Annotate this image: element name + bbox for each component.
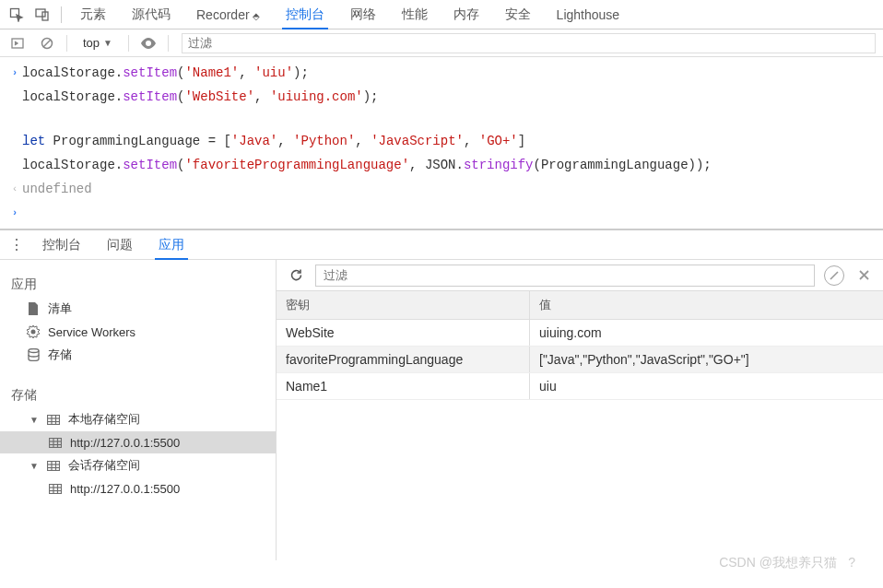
svg-point-7 (29, 349, 39, 353)
database-icon (26, 347, 41, 362)
drawer-tab-application[interactable]: 应用 (147, 231, 195, 259)
svg-rect-18 (48, 461, 60, 470)
divider (168, 35, 169, 52)
tab-lighthouse[interactable]: Lighthouse (546, 2, 631, 28)
console-return-line: ‹ undefined (0, 177, 883, 201)
prompt-input[interactable] (22, 203, 876, 223)
more-tabs-icon[interactable]: ⋮ (6, 236, 28, 253)
console-prompt[interactable]: › (0, 201, 883, 225)
sidebar-item-session-storage-origin[interactable]: http://127.0.0.1:5500 (0, 477, 276, 500)
tab-network[interactable]: 网络 (339, 1, 387, 29)
file-icon (26, 301, 41, 316)
drawer-tabs: ⋮ 控制台 问题 应用 (0, 230, 883, 260)
svg-line-5 (43, 40, 51, 47)
prompt-marker-icon: › (7, 203, 22, 223)
refresh-icon[interactable] (286, 265, 306, 286)
cell-key: favoriteProgrammingLanguage (277, 347, 530, 372)
label: 会话存储空间 (68, 457, 140, 474)
label: 本地存储空间 (68, 411, 140, 428)
live-expression-icon[interactable] (138, 33, 159, 53)
prompt-marker-icon: › (7, 63, 22, 83)
console-input-line[interactable]: localStorage.setItem('favoriteProgrammin… (0, 153, 883, 177)
chevron-down-icon: ▼ (29, 415, 39, 425)
spacer (7, 87, 22, 107)
delete-selected-icon[interactable] (854, 265, 874, 286)
divider (66, 35, 67, 52)
sidebar-item-manifest[interactable]: 清单 (0, 297, 276, 321)
execution-context-select[interactable]: top ▼ (77, 33, 119, 53)
table-icon (48, 481, 63, 496)
drawer-tab-console[interactable]: 控制台 (31, 231, 92, 259)
code-content: localStorage.setItem('Name1', 'uiu'); (22, 63, 876, 83)
svg-line-28 (830, 272, 838, 279)
drawer-tab-issues[interactable]: 问题 (96, 231, 144, 259)
divider (61, 6, 62, 23)
drawer-panel: ⋮ 控制台 问题 应用 应用 清单 Service Workers 存储 存储 … (0, 229, 883, 560)
clear-all-icon[interactable] (824, 265, 844, 286)
console-toolbar: top ▼ (0, 29, 883, 57)
sidebar-item-storage[interactable]: 存储 (0, 343, 276, 367)
console-filter-input[interactable] (182, 33, 876, 53)
svg-point-6 (31, 330, 36, 335)
svg-rect-13 (50, 438, 62, 447)
return-value: undefined (22, 179, 876, 199)
tab-memory[interactable]: 内存 (442, 1, 490, 29)
label: http://127.0.0.1:5500 (70, 482, 180, 496)
storage-filter-input[interactable] (315, 265, 815, 287)
inspect-icon[interactable] (6, 4, 28, 26)
gear-icon (26, 324, 41, 339)
device-toggle-icon[interactable] (31, 4, 53, 26)
cell-key: Name1 (277, 373, 530, 399)
tab-console[interactable]: 控制台 (275, 1, 336, 29)
tab-security[interactable]: 安全 (494, 1, 542, 29)
console-input-line[interactable]: let ProgrammingLanguage = ['Java', 'Pyth… (0, 129, 883, 153)
chevron-down-icon: ▼ (29, 461, 39, 471)
console-input-line[interactable]: localStorage.setItem('WebSite', 'uiuing.… (0, 85, 883, 109)
section-storage: 存储 (0, 383, 276, 407)
tab-recorder[interactable]: Recorder⬘ (185, 2, 271, 28)
table-row[interactable]: WebSite uiuing.com (277, 320, 883, 347)
table-icon (48, 435, 63, 450)
cell-value: ["Java","Python","JavaScript","GO+"] (530, 347, 883, 372)
tab-sources[interactable]: 源代码 (121, 1, 182, 29)
console-input-line[interactable]: › localStorage.setItem('Name1', 'uiu'); (0, 61, 883, 85)
spacer (7, 155, 22, 175)
sidebar-item-local-storage-origin[interactable]: http://127.0.0.1:5500 (0, 431, 276, 453)
application-main: 密钥 值 WebSite uiuing.com favoriteProgramm… (277, 260, 883, 560)
section-application: 应用 (0, 273, 276, 297)
tab-performance[interactable]: 性能 (391, 1, 439, 29)
table-row[interactable]: favoriteProgrammingLanguage ["Java","Pyt… (277, 347, 883, 373)
table-row[interactable]: Name1 uiu (277, 373, 883, 400)
code-content: let ProgrammingLanguage = ['Java', 'Pyth… (22, 131, 876, 151)
svg-rect-1 (36, 9, 45, 17)
console-output: › localStorage.setItem('Name1', 'uiu'); … (0, 57, 883, 229)
svg-rect-23 (50, 484, 62, 493)
label: 清单 (48, 300, 72, 317)
sidebar-item-session-storage[interactable]: ▼ 会话存储空间 (0, 453, 276, 477)
column-value[interactable]: 值 (530, 291, 883, 319)
sidebar-toggle-icon[interactable] (7, 33, 28, 53)
svg-rect-8 (48, 415, 60, 424)
chevron-down-icon: ▼ (103, 38, 112, 48)
cell-value: uiu (530, 373, 883, 399)
label: Service Workers (48, 325, 135, 339)
clear-console-icon[interactable] (37, 33, 57, 53)
code-content: localStorage.setItem('favoriteProgrammin… (22, 155, 876, 175)
context-label: top (83, 36, 100, 50)
storage-toolbar (277, 260, 883, 291)
table-header: 密钥 值 (277, 291, 883, 320)
application-panel: 应用 清单 Service Workers 存储 存储 ▼ 本地存储空间 (0, 260, 883, 560)
table-icon (46, 412, 61, 427)
cell-value: uiuing.com (530, 320, 883, 346)
cell-key: WebSite (277, 320, 530, 346)
spacer (7, 131, 22, 151)
application-sidebar: 应用 清单 Service Workers 存储 存储 ▼ 本地存储空间 (0, 260, 277, 560)
code-content: localStorage.setItem('WebSite', 'uiuing.… (22, 87, 876, 107)
sidebar-item-local-storage[interactable]: ▼ 本地存储空间 (0, 407, 276, 431)
tab-elements[interactable]: 元素 (69, 1, 117, 29)
sidebar-item-service-workers[interactable]: Service Workers (0, 321, 276, 343)
column-key[interactable]: 密钥 (277, 291, 530, 319)
recorder-badge-icon: ⬘ (253, 11, 260, 21)
divider (128, 35, 129, 52)
blank-line (0, 109, 883, 129)
